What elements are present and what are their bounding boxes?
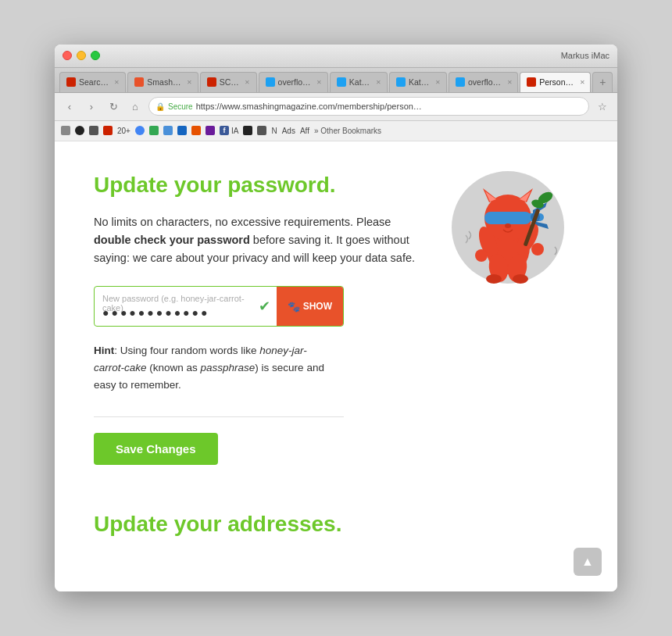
bookmark-fb[interactable]: f IA <box>220 126 238 135</box>
close-button[interactable] <box>63 51 72 60</box>
bookmark-ia[interactable] <box>243 126 252 135</box>
svg-point-20 <box>486 274 502 284</box>
tab-favicon-sc <box>207 77 216 87</box>
save-changes-button[interactable]: Save Changes <box>94 433 218 465</box>
hint-paragraph: Hint: Using four random words like honey… <box>94 342 336 393</box>
tab-new[interactable]: + <box>592 72 613 92</box>
secure-label: Secure <box>168 102 193 111</box>
url-text: https://www.smashingmagazine.com/members… <box>196 102 422 111</box>
lock-icon: 🔒 <box>155 102 165 111</box>
tab-favicon-mail <box>66 77 76 87</box>
bookmark-blue1[interactable] <box>177 126 187 135</box>
tab-close-person[interactable]: ✕ <box>578 78 586 86</box>
new-tab-icon: + <box>599 76 606 88</box>
bookmark-ads[interactable]: Ads <box>282 127 295 135</box>
svg-rect-7 <box>484 212 531 224</box>
tab-kat2[interactable]: Kat… ✕ <box>389 72 447 92</box>
svg-point-21 <box>513 274 528 284</box>
bookmark-ia-icon <box>243 126 252 135</box>
bookmark-arrow-icon <box>163 126 173 135</box>
password-valid-checkmark-icon: ✔ <box>252 298 277 315</box>
bookmark-icon2 <box>89 126 98 135</box>
bookmark-github-icon <box>75 126 84 135</box>
bookmark-more-icon <box>257 126 266 135</box>
description-text: No limits on characters, no excessive re… <box>94 216 391 228</box>
show-password-button[interactable]: 🐾 SHOW <box>277 287 343 326</box>
url-bar[interactable]: 🔒 Secure https://www.smashingmagazine.co… <box>148 97 589 116</box>
hint-label: Hint <box>94 345 114 356</box>
tab-close-kat1[interactable]: ✕ <box>374 78 382 86</box>
bookmark-orange-icon <box>191 126 201 135</box>
bookmarks-bar: 20+ f IA N <box>55 121 617 141</box>
window-title: Markus iMac <box>105 51 609 60</box>
bookmark-arrow[interactable] <box>163 126 173 135</box>
minimize-button[interactable] <box>77 51 86 60</box>
tab-label-person: Person… <box>539 77 574 87</box>
tab-overflow1[interactable]: overflo… ✕ <box>259 72 328 92</box>
scroll-top-icon: ▲ <box>581 555 594 569</box>
bookmark-red1[interactable] <box>103 126 113 135</box>
bookmark-more[interactable] <box>257 126 266 135</box>
tab-close-sc[interactable]: ✕ <box>244 78 252 86</box>
ninja-cat-illustration <box>445 165 570 290</box>
hint-text-1: : Using four random words like <box>114 345 259 356</box>
tab-person[interactable]: Person… ✕ <box>520 72 591 92</box>
back-button[interactable]: ‹ <box>61 98 78 115</box>
tab-close-kat2[interactable]: ✕ <box>434 78 441 86</box>
password-input-wrapper[interactable]: New password (e.g. honey-jar-carrot-cake… <box>95 289 252 323</box>
bookmark-n[interactable]: N <box>271 127 277 135</box>
bookmark-ext-icon <box>61 126 70 135</box>
bookmark-google2[interactable] <box>149 126 159 135</box>
home-button[interactable]: ⌂ <box>127 98 144 115</box>
refresh-button[interactable]: ↻ <box>105 98 122 115</box>
bookmark-aff[interactable]: Aff <box>300 127 309 135</box>
bookmark-ads-label: Ads <box>282 127 295 135</box>
bookmark-github[interactable] <box>75 126 84 135</box>
tab-favicon-person <box>527 77 536 87</box>
addresses-section: Update your addresses. <box>94 512 578 537</box>
bookmark-github2[interactable] <box>89 126 98 135</box>
svg-point-13 <box>475 249 488 262</box>
hint-text-2: (known as <box>147 362 201 373</box>
bookmark-google-icon <box>135 126 145 135</box>
browser-window: Markus iMac Searc… ✕ Smash… ✕ SC… ✕ over… <box>55 45 617 591</box>
forward-button[interactable]: › <box>83 98 100 115</box>
tab-favicon-kat2 <box>396 77 406 87</box>
tab-mail[interactable]: Searc… ✕ <box>59 72 126 92</box>
tab-label-overflow1: overflo… <box>278 77 311 87</box>
tab-label-overflow2: overflo… <box>468 77 501 87</box>
bookmark-purple[interactable] <box>206 126 215 135</box>
bookmark-fb-icon: f <box>220 126 229 135</box>
tab-smashing[interactable]: Smash… ✕ <box>127 72 198 92</box>
bookmark-google[interactable] <box>135 126 145 135</box>
description-bold: double check your password <box>94 234 250 246</box>
tab-close-overflow2[interactable]: ✕ <box>506 78 513 86</box>
tab-label-kat1: Kat… <box>349 77 370 87</box>
tab-favicon-kat1 <box>337 77 346 87</box>
form-divider <box>94 416 344 417</box>
tab-overflow2[interactable]: overflo… ✕ <box>449 72 518 92</box>
password-field-container: New password (e.g. honey-jar-carrot-cake… <box>94 286 344 327</box>
page-content: Update your password. No limits on chara… <box>55 141 617 591</box>
tab-close-mail[interactable]: ✕ <box>113 78 121 86</box>
bookmark-orange[interactable] <box>191 126 201 135</box>
bookmark-num-label: 20+ <box>117 127 130 135</box>
paw-icon: 🐾 <box>288 301 300 313</box>
bookmark-aff-label: Aff <box>300 127 309 135</box>
tab-favicon-smashing <box>134 77 144 87</box>
password-placeholder: New password (e.g. honey-jar-carrot-cake… <box>102 294 252 313</box>
tab-kat1[interactable]: Kat… ✕ <box>330 72 388 92</box>
bookmark-red-icon <box>103 126 113 135</box>
maximize-button[interactable] <box>91 51 100 60</box>
bookmark-other[interactable]: » Other Bookmarks <box>314 127 381 135</box>
tab-close-overflow1[interactable]: ✕ <box>316 78 323 86</box>
tab-label-kat2: Kat… <box>409 77 429 87</box>
bookmark-star-button[interactable]: ☆ <box>594 98 611 115</box>
bookmark-purple-icon <box>206 126 215 135</box>
scroll-to-top-button[interactable]: ▲ <box>574 548 602 576</box>
hint-passphrase: passphrase <box>201 362 256 373</box>
svg-point-14 <box>531 243 544 255</box>
bookmark-num[interactable]: 20+ <box>117 127 130 135</box>
tab-close-smashing[interactable]: ✕ <box>185 78 193 86</box>
tab-sc[interactable]: SC… ✕ <box>200 72 257 92</box>
